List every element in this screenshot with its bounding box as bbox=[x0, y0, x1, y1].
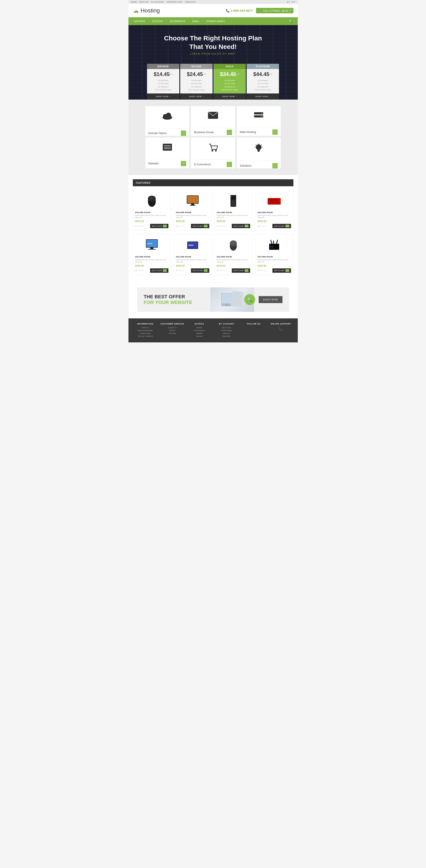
footer-order-history[interactable]: Order History bbox=[214, 330, 239, 332]
product-mouse[interactable]: G DOLORE IPSUM Nolene ipsum dolor sit am… bbox=[133, 190, 171, 231]
product-mouse-add-btn[interactable]: ADD TO CART 🛒 bbox=[150, 224, 169, 228]
service-website-arrow[interactable]: › bbox=[181, 161, 186, 166]
svg-point-34 bbox=[233, 201, 234, 203]
cart-sm-icon7: 🛒 bbox=[245, 269, 248, 272]
footer-specials[interactable]: Specials bbox=[187, 335, 212, 337]
product-asus-monitor[interactable]: ASUS DOLORE IPSUM Nolene ipsum dolor sit… bbox=[133, 234, 171, 275]
product-mouse-price: $250.99 bbox=[135, 220, 169, 222]
nav-email[interactable]: EMAIL bbox=[189, 18, 203, 25]
products-grid-row1: G DOLORE IPSUM Nolene ipsum dolor sit am… bbox=[133, 190, 294, 231]
plan-platinum-shop-btn[interactable]: SHOP NOW › bbox=[247, 93, 279, 100]
footer-delivery[interactable]: Delivery Information bbox=[133, 330, 158, 332]
service-domain-name[interactable]: Domain Name › bbox=[145, 106, 189, 136]
product-ssd[interactable]: M500 DOLORE IPSUM Nolene ipsum dolor sit… bbox=[174, 234, 212, 275]
nav-cart[interactable]: SHOPPING CART bbox=[166, 1, 182, 3]
banner-shop-button[interactable]: SHOP NOW bbox=[258, 296, 282, 303]
logo[interactable]: ☁ Hosting bbox=[133, 7, 160, 14]
nav-servers[interactable]: SERVERS bbox=[131, 18, 149, 25]
product-asus-add-btn[interactable]: ADD TO CART 🛒 bbox=[150, 268, 169, 273]
service-website-label: Website bbox=[148, 162, 181, 165]
product-ssd-add-btn[interactable]: ADD TO CART 🛒 bbox=[191, 268, 209, 273]
svg-rect-40 bbox=[273, 199, 274, 200]
currency-fr[interactable]: Fr ▾ bbox=[292, 1, 295, 3]
footer-contact[interactable]: Contact Us bbox=[160, 327, 185, 329]
banner-search-icon[interactable]: 🔍 bbox=[244, 294, 255, 305]
nav-search-icon[interactable]: 🔍 bbox=[286, 17, 296, 25]
service-web-hosting[interactable]: Web Hosting › bbox=[237, 106, 281, 136]
service-ecommerce-arrow[interactable]: › bbox=[227, 162, 232, 167]
service-hosting-arrow[interactable]: › bbox=[272, 129, 278, 135]
svg-rect-51 bbox=[150, 248, 153, 249]
product-mouse2-rating: ★ ★★★★ bbox=[217, 270, 225, 272]
service-solutions[interactable]: Solutions › bbox=[237, 137, 281, 168]
product-tower-desc: Nolene ipsum dolor sit amet. Nolene ton … bbox=[217, 214, 250, 219]
footer-terms[interactable]: Terms & Conditions bbox=[133, 335, 158, 337]
featured-header: FEATURED bbox=[133, 179, 294, 186]
nav-hosting[interactable]: HOSTING bbox=[149, 18, 166, 25]
product-mouse2[interactable]: DOLORE IPSUM Nolene ipsum dolor sit amet… bbox=[214, 234, 252, 275]
footer-about[interactable]: About Us bbox=[133, 327, 158, 329]
pricing-plans: BRONZE $14.45P/M 30 GB Space100 GB Traff… bbox=[147, 64, 279, 100]
product-tower-add-btn[interactable]: ADD TO CART 🛒 bbox=[232, 224, 250, 228]
footer-account-title: MY ACCOUNT bbox=[214, 323, 239, 325]
plan-bronze-shop-btn[interactable]: SHOP NOW › bbox=[147, 93, 179, 100]
product-tower-actions: ★ ★★★★ ADD TO CART 🛒 bbox=[217, 224, 250, 228]
service-business-email[interactable]: Business Email › bbox=[191, 106, 235, 136]
svg-point-8 bbox=[262, 116, 262, 117]
nav-wishlist[interactable]: WISH LIST bbox=[139, 1, 149, 3]
footer-vouchers[interactable]: Gift Vouchers bbox=[187, 330, 212, 332]
footer-newsletter[interactable]: Newsletter bbox=[214, 335, 239, 337]
banner-right: 🔍 SHOP NOW bbox=[244, 294, 282, 305]
footer-privacy[interactable]: Privacy Policy bbox=[133, 332, 158, 334]
svg-line-21 bbox=[255, 145, 256, 145]
product-monitor-dark[interactable]: DOLORE IPSUM Nolene ipsum dolor sit amet… bbox=[174, 190, 212, 231]
plan-gold-shop-btn[interactable]: SHOP NOW › bbox=[213, 93, 246, 100]
nav-domain-names[interactable]: DOMAIN NAMES bbox=[203, 18, 228, 25]
nav-home[interactable]: HOME bbox=[131, 1, 137, 3]
service-domain-label: Domain Name bbox=[148, 131, 181, 135]
product-mouse-rating: ★ ★★★★ bbox=[135, 225, 144, 227]
footer-col-follow: FOLLOW US bbox=[241, 323, 266, 338]
service-website[interactable]: Website › bbox=[145, 137, 189, 168]
plan-silver-shop-btn[interactable]: SHOP NOW › bbox=[180, 93, 213, 100]
product-tower-rating: ★ ★★★★ bbox=[217, 225, 225, 227]
top-bar: HOME WISH LIST MY ACCOUNT SHOPPING CART … bbox=[128, 0, 298, 4]
footer-col-information: INFORMATION About Us Delivery Informatio… bbox=[133, 323, 158, 338]
product-keyboard[interactable]: DOLORE IPSUM Nolene ipsum dolor sit amet… bbox=[255, 190, 294, 231]
product-mouse-title: DOLORE IPSUM bbox=[135, 211, 169, 214]
nav-ecommerce[interactable]: ECOMMERCE bbox=[166, 18, 189, 25]
cloud-logo-icon: ☁ bbox=[133, 7, 139, 14]
footer-my-account[interactable]: My Account bbox=[214, 327, 239, 329]
svg-point-60 bbox=[232, 242, 235, 244]
footer-wish-list[interactable]: Wish List bbox=[214, 332, 239, 334]
footer-brands[interactable]: Brands bbox=[187, 327, 212, 329]
svg-rect-72 bbox=[231, 291, 243, 307]
product-monitor-dark-add-btn[interactable]: ADD TO CART 🛒 bbox=[191, 224, 209, 228]
footer-sitemap[interactable]: Site Map bbox=[160, 332, 185, 334]
banner-title-line1: THE BEST OFFER bbox=[144, 294, 192, 300]
service-solutions-arrow[interactable]: › bbox=[272, 163, 278, 168]
product-mouse2-add-btn[interactable]: ADD TO CART 🛒 bbox=[232, 268, 250, 273]
cart-button[interactable]: 🛒 Cart 0 ITEM(S) - $0.00 ▾ bbox=[256, 8, 293, 13]
service-domain-arrow[interactable]: › bbox=[181, 131, 186, 136]
service-email-arrow[interactable]: › bbox=[227, 130, 232, 135]
nav-checkout[interactable]: CHECKOUT bbox=[185, 1, 196, 3]
product-mouse2-image bbox=[217, 237, 250, 254]
product-ssd-desc: Nolene ipsum dolor sit amet. Nolene ton … bbox=[176, 259, 209, 263]
cart-dropdown-icon: ▾ bbox=[290, 9, 291, 12]
footer-affiliates[interactable]: Affiliates bbox=[187, 332, 212, 334]
currency-dollar[interactable]: $ ▾ bbox=[287, 1, 290, 3]
service-ecommerce[interactable]: E-Commerce › bbox=[191, 137, 235, 168]
product-keyboard-add-btn[interactable]: ADD TO CART 🛒 bbox=[272, 224, 291, 228]
product-router-add-btn[interactable]: ADD TO CART 🛒 bbox=[272, 268, 291, 273]
svg-rect-38 bbox=[268, 199, 270, 200]
nav-account[interactable]: MY ACCOUNT bbox=[151, 1, 164, 3]
svg-point-14 bbox=[215, 150, 217, 152]
services-grid: Domain Name › Business Email › bbox=[145, 106, 281, 168]
footer-returns[interactable]: Returns bbox=[160, 330, 185, 332]
site-title: Hosting bbox=[141, 7, 160, 14]
product-router[interactable]: DOLORE IPSUM Nolene ipsum dolor sit amet… bbox=[255, 234, 294, 275]
svg-rect-41 bbox=[275, 199, 277, 200]
footer-col-support: ONLINE SUPPORT 📞 bbox=[268, 323, 293, 338]
product-tower[interactable]: DOLORE IPSUM Nolene ipsum dolor sit amet… bbox=[214, 190, 252, 231]
